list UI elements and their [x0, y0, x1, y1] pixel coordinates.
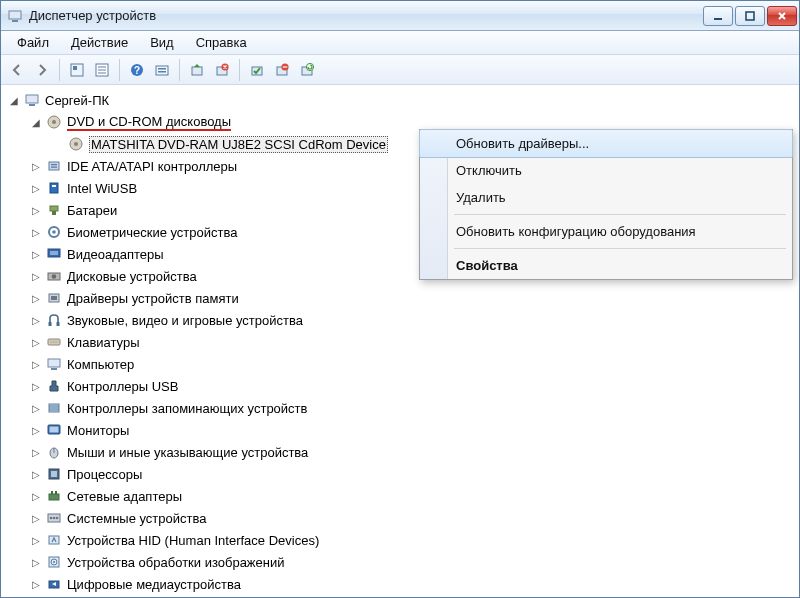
expand-icon[interactable]: ▷ [29, 511, 43, 525]
tree-category[interactable]: ▷Процессоры [29, 463, 799, 485]
category-icon [45, 289, 63, 307]
tree-category[interactable]: ▷Сетевые адаптеры [29, 485, 799, 507]
context-menu: Обновить драйверы... Отключить Удалить О… [419, 129, 793, 280]
expand-icon[interactable]: ▷ [29, 159, 43, 173]
help-button[interactable]: ? [125, 58, 149, 82]
tree-category-label: Биометрические устройства [67, 225, 237, 240]
svg-rect-1 [12, 20, 18, 22]
tree-category[interactable]: ▷Клавиатуры [29, 331, 799, 353]
svg-rect-53 [50, 427, 59, 433]
expand-icon[interactable]: ▷ [29, 335, 43, 349]
category-icon [45, 553, 63, 571]
disable-button[interactable] [270, 58, 294, 82]
ctx-delete-label: Удалить [456, 190, 506, 205]
ctx-scan-hardware-label: Обновить конфигурацию оборудования [456, 224, 696, 239]
svg-rect-0 [9, 11, 21, 19]
ctx-update-drivers[interactable]: Обновить драйверы... [419, 129, 793, 158]
nav-back-button[interactable] [5, 58, 29, 82]
ctx-properties[interactable]: Свойства [420, 252, 792, 279]
expand-icon[interactable]: ▷ [29, 269, 43, 283]
tree-category[interactable]: ▷Устройства обработки изображений [29, 551, 799, 573]
category-icon [45, 267, 63, 285]
ctx-disable[interactable]: Отключить [420, 157, 792, 184]
expand-icon[interactable]: ▷ [29, 379, 43, 393]
toolbar-separator [59, 59, 60, 81]
scan-button[interactable] [150, 58, 174, 82]
tree-category[interactable]: ▷Звуковые, видео и игровые устройства [29, 309, 799, 331]
svg-rect-32 [51, 167, 57, 168]
svg-point-29 [74, 142, 78, 146]
expand-icon[interactable]: ▷ [29, 203, 43, 217]
ctx-scan-hardware[interactable]: Обновить конфигурацию оборудования [420, 218, 792, 245]
tree-category-label: Сетевые адаптеры [67, 489, 182, 504]
tree-category[interactable]: ▷Устройства HID (Human Interface Devices… [29, 529, 799, 551]
tree-category[interactable]: ▷Компьютер [29, 353, 799, 375]
collapse-icon[interactable]: ◢ [29, 115, 43, 129]
properties-button[interactable] [90, 58, 114, 82]
tree-device-label: MATSHITA DVD-RAM UJ8E2 SCSI CdRom Device [89, 136, 388, 153]
expand-icon[interactable]: ▷ [29, 313, 43, 327]
svg-point-62 [50, 517, 53, 520]
svg-rect-58 [49, 494, 59, 500]
expand-icon[interactable]: ▷ [29, 247, 43, 261]
svg-rect-21 [283, 66, 287, 67]
toolbar-separator [239, 59, 240, 81]
menu-action[interactable]: Действие [61, 33, 138, 52]
menu-file[interactable]: Файл [7, 33, 59, 52]
tree-category[interactable]: ▷Мыши и иные указывающие устройства [29, 441, 799, 463]
toolbar: ? [1, 55, 799, 85]
show-hidden-button[interactable] [65, 58, 89, 82]
tree-category[interactable]: ▷Контроллеры запоминающих устройств [29, 397, 799, 419]
enable-button[interactable] [245, 58, 269, 82]
expand-icon[interactable]: ▷ [29, 533, 43, 547]
tree-category[interactable]: ▷Мониторы [29, 419, 799, 441]
refresh-button[interactable] [295, 58, 319, 82]
expand-icon[interactable]: ▷ [29, 423, 43, 437]
svg-point-63 [53, 517, 56, 520]
tree-category-label: Звуковые, видео и игровые устройства [67, 313, 303, 328]
tree-category[interactable]: ▷Системные устройства [29, 507, 799, 529]
svg-rect-48 [50, 341, 59, 344]
category-icon [45, 201, 63, 219]
minimize-button[interactable] [703, 6, 733, 26]
tree-category[interactable]: ▷Цифровые медиаустройства [29, 573, 799, 595]
expand-icon[interactable]: ▷ [29, 489, 43, 503]
svg-rect-46 [57, 322, 60, 326]
tree-category-label: Процессоры [67, 467, 142, 482]
tree-category-label: Батареи [67, 203, 117, 218]
tree-category-label: Контроллеры USB [67, 379, 178, 394]
expand-icon[interactable]: ▷ [29, 555, 43, 569]
tree-category[interactable]: ▷Драйверы устройств памяти [29, 287, 799, 309]
ctx-delete[interactable]: Удалить [420, 184, 792, 211]
update-driver-button[interactable] [185, 58, 209, 82]
uninstall-button[interactable] [210, 58, 234, 82]
tree-category-label: Мыши и иные указывающие устройства [67, 445, 308, 460]
expand-icon[interactable]: ▷ [29, 181, 43, 195]
device-tree-panel[interactable]: ◢ Сергей-ПК ◢DVD и CD-ROM дисководыMATSH… [1, 85, 799, 597]
maximize-button[interactable] [735, 6, 765, 26]
menu-help[interactable]: Справка [186, 33, 257, 52]
close-button[interactable] [767, 6, 797, 26]
category-icon [45, 487, 63, 505]
expand-icon[interactable]: ▷ [29, 401, 43, 415]
category-icon [45, 377, 63, 395]
collapse-icon[interactable]: ◢ [7, 93, 21, 107]
svg-rect-3 [746, 12, 754, 20]
menu-view[interactable]: Вид [140, 33, 184, 52]
expand-icon[interactable]: ▷ [29, 291, 43, 305]
svg-rect-49 [48, 359, 60, 367]
category-icon [45, 113, 63, 131]
category-icon [45, 465, 63, 483]
expand-icon[interactable]: ▷ [29, 225, 43, 239]
nav-forward-button[interactable] [30, 58, 54, 82]
category-icon [45, 245, 63, 263]
expand-icon[interactable]: ▷ [29, 357, 43, 371]
tree-category[interactable]: ▷Контроллеры USB [29, 375, 799, 397]
svg-rect-40 [50, 251, 58, 255]
expand-icon[interactable]: ▷ [29, 445, 43, 459]
svg-rect-33 [50, 183, 58, 193]
svg-rect-44 [51, 296, 57, 300]
expand-icon[interactable]: ▷ [29, 577, 43, 591]
expand-icon[interactable]: ▷ [29, 467, 43, 481]
tree-root[interactable]: ◢ Сергей-ПК [7, 89, 799, 111]
